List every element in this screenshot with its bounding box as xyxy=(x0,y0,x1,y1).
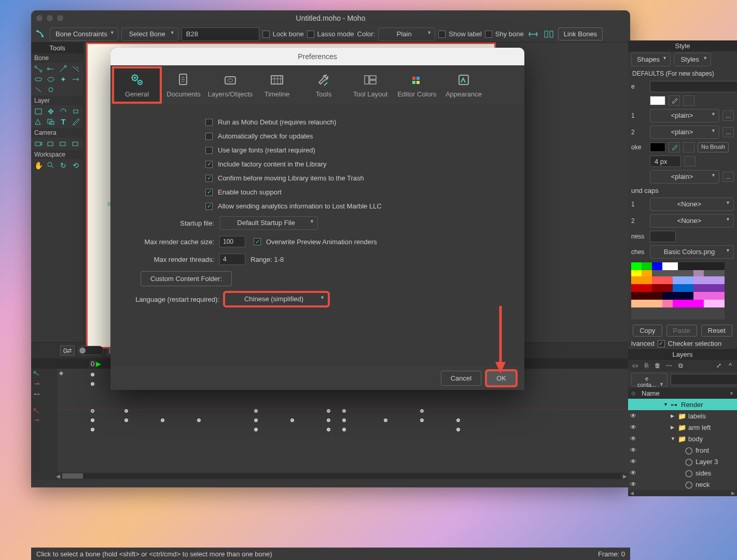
scale-layer-tool[interactable] xyxy=(69,106,82,117)
confirm-trash-checkbox[interactable]: ✓ xyxy=(205,175,213,182)
layer-menu-button[interactable]: ⋯ xyxy=(664,361,674,370)
visibility-icon[interactable]: 👁 xyxy=(630,435,639,442)
effect2-select[interactable]: <plain> xyxy=(650,125,719,139)
stroke-width-input[interactable] xyxy=(650,156,681,167)
eyedropper-tool[interactable] xyxy=(69,117,82,127)
close-window-button[interactable] xyxy=(36,15,43,21)
tool-mode-select[interactable]: Bone Constraints xyxy=(50,27,118,41)
camera-zoom-tool[interactable] xyxy=(45,138,57,149)
keyframe[interactable] xyxy=(384,418,387,422)
analytics-checkbox[interactable]: ✓ xyxy=(205,203,213,210)
keyframe[interactable] xyxy=(420,418,424,422)
pref-tab-general[interactable]: General xyxy=(114,68,160,102)
rotate-layer-tool[interactable] xyxy=(57,106,69,117)
keyframe[interactable] xyxy=(254,418,258,422)
layer-expand-button[interactable]: ⤢ xyxy=(714,361,724,370)
keyframe[interactable] xyxy=(342,418,346,422)
pref-tab-timeline[interactable]: Timeline xyxy=(254,68,300,102)
layer-row[interactable]: 👁◯sides xyxy=(628,467,737,479)
expand-icon[interactable]: ▼ xyxy=(663,402,669,407)
camera-track-tool[interactable] xyxy=(32,138,45,149)
fill-eyedropper-icon[interactable] xyxy=(669,95,680,106)
no-brush-button[interactable]: No Brush xyxy=(698,142,729,152)
pref-tab-tool-layout[interactable]: Tool Layout xyxy=(347,68,394,102)
layer-row[interactable]: 👁◯front xyxy=(628,444,737,456)
timeline-scrollbar[interactable]: ◀ ▶ xyxy=(31,472,630,480)
playhead-icon[interactable]: ▶ xyxy=(96,360,101,368)
effect1-more-button[interactable]: ... xyxy=(722,110,734,121)
keyframe[interactable] xyxy=(327,409,330,413)
link-bones-button[interactable]: Link Bones xyxy=(558,27,603,40)
pref-tab-editor-colors[interactable]: Editor Colors xyxy=(394,68,440,102)
expand-icon[interactable]: ▶ xyxy=(671,413,676,418)
shy-bone-checkbox[interactable] xyxy=(485,31,492,38)
layer-tool-6[interactable] xyxy=(45,117,57,127)
delete-layer-button[interactable]: 🗑 xyxy=(653,361,662,370)
layer-row[interactable]: 👁▼📁body xyxy=(628,433,737,444)
keyframe[interactable] xyxy=(327,418,330,422)
bone-tool-9[interactable] xyxy=(32,85,45,95)
factory-content-checkbox[interactable]: ✓ xyxy=(205,161,213,168)
bone-tool-10[interactable] xyxy=(45,85,57,95)
stroke-eyedropper-icon[interactable] xyxy=(669,142,680,152)
layer-row[interactable]: 👁◯Layer 3 xyxy=(628,456,737,467)
shapes-dropdown[interactable]: Shapes xyxy=(631,53,671,66)
add-bone-tool[interactable] xyxy=(45,64,57,74)
run-debut-checkbox[interactable] xyxy=(205,119,213,126)
keyframe-diamond[interactable] xyxy=(59,371,63,375)
pref-tab-layers-objects[interactable]: Layers/Objects xyxy=(207,68,254,102)
bind-points-tool[interactable] xyxy=(45,74,57,85)
style-name-input[interactable] xyxy=(650,81,737,92)
reparent-bone-tool[interactable] xyxy=(69,64,82,74)
flip-v-icon[interactable] xyxy=(543,28,555,40)
transform-bone-tool[interactable] xyxy=(57,64,69,74)
keyframe[interactable] xyxy=(342,409,346,413)
keyframe[interactable] xyxy=(91,409,94,413)
visibility-icon[interactable]: 👁 xyxy=(630,469,639,477)
pref-tab-documents[interactable]: Documents xyxy=(160,68,207,102)
stroke-extra-button[interactable] xyxy=(683,142,694,152)
check-updates-checkbox[interactable] xyxy=(205,133,213,140)
touch-checkbox[interactable]: ✓ xyxy=(205,189,213,196)
visibility-icon[interactable]: 👁 xyxy=(630,424,639,431)
overwrite-preview-checkbox[interactable]: ✓ xyxy=(254,238,261,245)
layer-tool-5[interactable] xyxy=(32,117,45,127)
stroke-width-extra[interactable] xyxy=(684,156,696,166)
layer-filter-select[interactable]: e conta... xyxy=(631,373,668,386)
visibility-icon[interactable]: 👁 xyxy=(630,458,639,465)
effect2-more-button[interactable]: ... xyxy=(722,127,734,137)
orbit-workspace-tool[interactable]: ⟲ xyxy=(69,160,82,171)
transform-layer-tool[interactable] xyxy=(32,106,45,117)
layer-row[interactable]: 👁▶📁labels xyxy=(628,410,737,422)
expand-icon[interactable]: ▼ xyxy=(671,436,676,441)
manipulate-tool[interactable] xyxy=(32,74,45,85)
bone-strength-tool[interactable] xyxy=(69,74,82,85)
effect1-select[interactable]: <plain> xyxy=(650,109,719,122)
keyframe[interactable] xyxy=(124,418,128,422)
rotate-workspace-tool[interactable]: ↻ xyxy=(57,160,69,171)
camera-pan-tool[interactable] xyxy=(69,138,82,149)
pref-tab-tools[interactable]: Tools xyxy=(300,68,347,102)
reset-style-button[interactable]: Reset xyxy=(701,325,732,337)
select-bone-tool[interactable] xyxy=(32,64,45,74)
bone-color-select[interactable]: Plain xyxy=(378,27,435,41)
cancel-button[interactable]: Cancel xyxy=(441,371,481,386)
stroke-color-swatch[interactable] xyxy=(650,143,665,152)
new-layer-button[interactable]: ▭ xyxy=(630,361,639,370)
fill-color-swatch[interactable] xyxy=(650,96,665,105)
layer-collapse-button[interactable]: ^ xyxy=(726,361,735,370)
duplicate-layer-button[interactable]: ⎘ xyxy=(642,361,651,370)
lasso-mode-checkbox[interactable] xyxy=(307,31,314,38)
paste-style-button[interactable]: Paste xyxy=(666,325,697,337)
pref-tab-appearance[interactable]: Appearance xyxy=(440,68,487,102)
keyframe[interactable] xyxy=(124,409,128,413)
keyframe[interactable] xyxy=(342,428,346,431)
keyframe[interactable] xyxy=(254,428,258,431)
max-cache-input[interactable] xyxy=(219,236,245,247)
layer-row[interactable]: 👁◯neck xyxy=(628,479,737,490)
minimize-window-button[interactable] xyxy=(47,15,53,21)
keyframe[interactable] xyxy=(197,418,201,422)
layer-search-input[interactable] xyxy=(671,374,737,385)
keyframe[interactable] xyxy=(290,418,294,422)
stroke-effect-select[interactable]: <plain> xyxy=(650,170,719,184)
